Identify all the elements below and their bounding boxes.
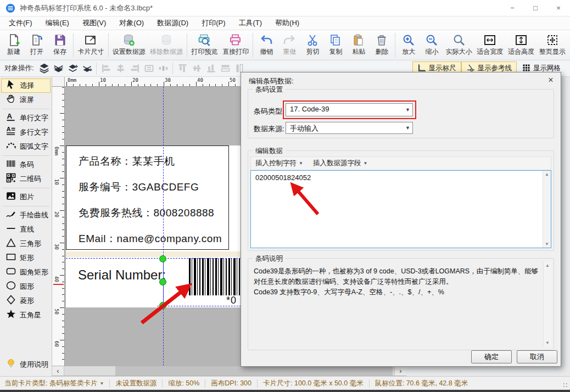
menu-item-datasource[interactable]: 数据源(D): [150, 16, 195, 30]
toolbar-separator: [253, 33, 253, 57]
tool-image[interactable]: 图片: [1, 190, 51, 204]
new-button[interactable]: 新建: [2, 31, 25, 59]
tool-arc-text[interactable]: 圆弧文字: [1, 139, 51, 154]
palette-separator: [2, 206, 49, 206]
status-card-size-label: 卡片尺寸: 100.0 毫米 x 50.0 毫米: [263, 379, 364, 388]
menu-item-file[interactable]: 文件(F): [2, 16, 39, 30]
textarea-scrollbar[interactable]: ▲ ▼: [543, 171, 551, 248]
ruler-tick: [164, 82, 164, 86]
insert-control-char-menu[interactable]: 插入控制字符 ▼: [255, 159, 303, 168]
edit-barcode-dialog: 编辑条码数据: × 条码设置 条码类型: 17. Code-39 ▼ 数据来源:…: [241, 72, 561, 367]
tool-star[interactable]: 五角星: [1, 308, 51, 322]
app-window: 神奇条码标签打印系统 6.0 - 未命名3.lbcp* − □ × 文件(F)编…: [0, 0, 570, 392]
description-scrollbar[interactable]: ▲ ▼: [543, 262, 551, 346]
scroll-up-icon[interactable]: ▲: [543, 172, 551, 177]
zoom-out-button[interactable]: 缩小: [420, 31, 443, 59]
email-text[interactable]: EMail：name@company.com: [79, 232, 222, 246]
menu-item-help[interactable]: 帮助(H): [269, 16, 306, 30]
print-preview-label: 打印预览: [192, 47, 218, 57]
tool-circle[interactable]: 圆形: [1, 279, 51, 294]
scroll-down-icon[interactable]: ▼: [544, 340, 551, 345]
menu-item-print[interactable]: 打印(P): [195, 16, 232, 30]
fit-width-button[interactable]: 适合宽度: [474, 31, 506, 59]
dialog-close-button[interactable]: ×: [545, 75, 556, 86]
copy-button[interactable]: 复制: [324, 31, 347, 59]
minimize-button[interactable]: −: [501, 0, 524, 16]
move-layer-up-button[interactable]: [65, 61, 80, 76]
equal-size-button: [142, 61, 156, 76]
tool-straight-line[interactable]: 直线: [1, 222, 51, 237]
fit-height-button[interactable]: 适合高度: [506, 31, 537, 59]
tool-triangle[interactable]: 三角形: [1, 237, 51, 251]
undo-button[interactable]: 撤销: [255, 31, 278, 59]
tool-scroll[interactable]: 滚屏: [1, 93, 51, 107]
tool-diamond[interactable]: 菱形: [1, 294, 51, 308]
open-button[interactable]: 打开: [25, 31, 48, 59]
move-layer-down-button[interactable]: [80, 61, 94, 76]
zoom-in-button[interactable]: 放大: [397, 31, 420, 59]
cut-button[interactable]: 剪切: [301, 31, 324, 59]
menu-item-tools[interactable]: 工具(T): [232, 16, 269, 30]
horizontal-scrollbar[interactable]: ‹ ›: [52, 366, 406, 376]
hotline-text[interactable]: 免费服务热线：8008208888: [79, 206, 214, 220]
scroll-up-icon[interactable]: ▲: [544, 263, 551, 268]
scroll-down-icon[interactable]: ▼: [543, 242, 551, 247]
selection-handle-bottom[interactable]: [159, 302, 166, 309]
status-card-type[interactable]: 当前卡片类型: 条码标签类卡片▼: [4, 379, 104, 388]
paste-button[interactable]: 粘贴: [347, 31, 370, 59]
red-highlight-box: [283, 100, 416, 119]
save-button[interactable]: 保存: [48, 31, 71, 59]
menu-item-object[interactable]: 对象(O): [113, 16, 150, 30]
tool-freehand-curve[interactable]: 手绘曲线: [1, 208, 51, 222]
cancel-button[interactable]: 取消: [517, 350, 557, 363]
vertical-guide-line[interactable]: [163, 87, 164, 366]
text-frame-object[interactable]: 产品名称：某某手机 服务编号：3GABCDEFG 免费服务热线：80082088…: [66, 145, 229, 250]
ruler-tick: [62, 346, 64, 347]
ruler-tick: [86, 84, 86, 86]
palette-separator: [2, 155, 49, 156]
ok-button[interactable]: 确定: [471, 350, 512, 363]
selection-handle-top[interactable]: [159, 255, 166, 262]
delete-button[interactable]: 删除: [370, 31, 393, 59]
ruler-tick: [62, 191, 64, 192]
service-number-text[interactable]: 服务编号：3GABCDEFG: [79, 180, 199, 194]
tool-qr-code[interactable]: 二维码: [1, 172, 51, 186]
menu-item-view[interactable]: 视图(V): [76, 16, 113, 30]
tool-single-line-text[interactable]: A单行文字: [1, 111, 51, 125]
product-name-text[interactable]: 产品名称：某某手机: [79, 154, 175, 169]
fit-height-label: 适合高度: [508, 47, 534, 57]
scrollbar-thumb[interactable]: [115, 366, 393, 376]
send-to-back-button[interactable]: [51, 61, 65, 76]
ruler-tick: [62, 288, 64, 289]
ruler-tick: [62, 353, 64, 354]
serial-number-label[interactable]: Serial Number:: [78, 267, 166, 283]
resize-grip[interactable]: [563, 383, 568, 388]
direct-print-button[interactable]: 直接打印: [220, 31, 252, 59]
copy-icon: [329, 33, 342, 47]
actual-size-button[interactable]: 实际大小: [443, 31, 474, 59]
scroll-left-button[interactable]: ‹: [52, 366, 64, 376]
barcode-data-textarea[interactable]: 02000501824052 ▲ ▼: [250, 170, 551, 248]
ruler-tick: [62, 262, 64, 262]
maximize-button[interactable]: □: [524, 0, 547, 16]
tool-multi-line-text[interactable]: A多行文字: [1, 125, 51, 139]
set-datasource-button[interactable]: 设置数据源: [110, 31, 148, 59]
scroll-right-button[interactable]: ›: [394, 366, 406, 376]
insert-control-char-label: 插入控制字符: [255, 159, 297, 168]
menu-item-edit[interactable]: 编辑(E): [39, 16, 76, 30]
selection-handle-middle[interactable]: [159, 278, 166, 285]
tool-rounded-rectangle[interactable]: 圆角矩形: [1, 265, 51, 279]
bring-to-front-button[interactable]: [37, 61, 51, 76]
whole-page-button[interactable]: 整页显示: [537, 31, 568, 59]
tool-barcode[interactable]: 条码: [1, 158, 51, 172]
barcode-type-label: 条码类型:: [254, 107, 284, 116]
insert-datasource-field-menu[interactable]: 插入数据源字段 ▼: [313, 159, 367, 168]
close-button[interactable]: ×: [547, 0, 570, 16]
ruler-tick: [183, 84, 183, 86]
card-size-button[interactable]: 卡片尺寸: [75, 31, 107, 59]
tool-rectangle[interactable]: 矩形: [1, 251, 51, 265]
tool-select[interactable]: 选择: [1, 79, 51, 93]
tool-help[interactable]: 使用说明: [1, 357, 51, 372]
print-preview-button[interactable]: 打印预览: [189, 31, 220, 59]
data-source-select[interactable]: 手动输入 ▼: [286, 122, 413, 134]
